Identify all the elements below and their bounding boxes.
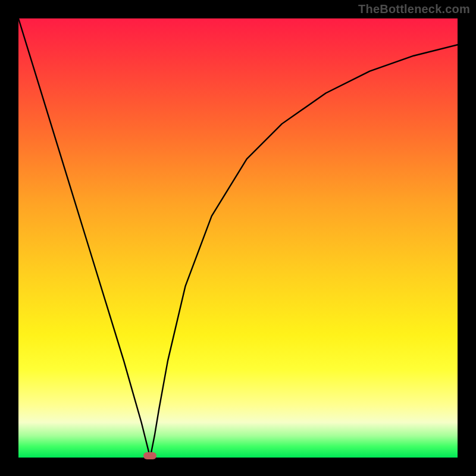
curve-path — [18, 18, 458, 458]
plot-area — [18, 18, 458, 458]
bottleneck-curve — [18, 18, 458, 458]
watermark-text: TheBottleneck.com — [358, 2, 470, 16]
chart-frame: TheBottleneck.com — [0, 0, 476, 476]
optimal-point-marker — [143, 452, 156, 459]
